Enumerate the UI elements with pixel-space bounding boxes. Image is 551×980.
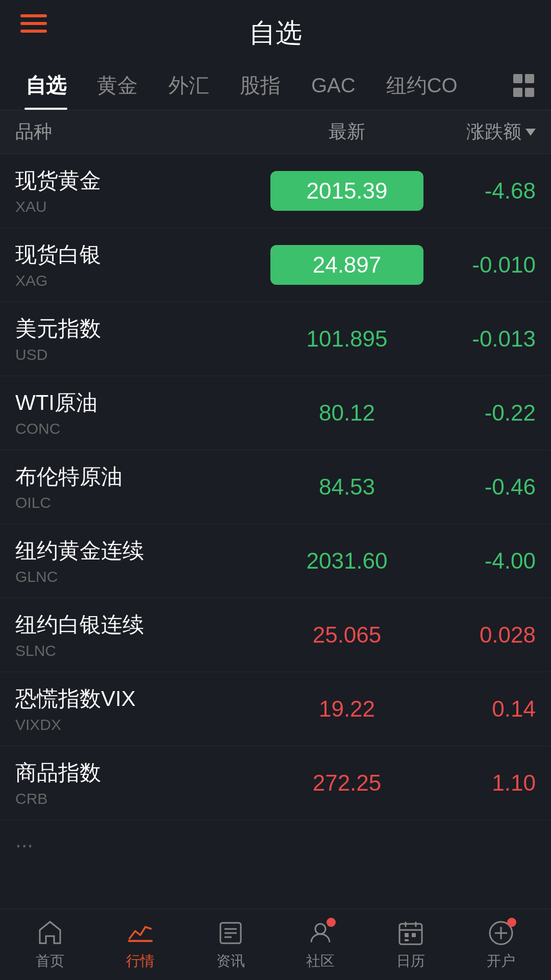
nav-label-calendar: 日历 bbox=[396, 951, 425, 971]
bottom-navigation: 首页 行情 资讯 bbox=[0, 909, 551, 980]
community-icon bbox=[306, 919, 335, 947]
instrument-name: 布伦特原油 bbox=[15, 462, 270, 491]
change-value: 0.14 bbox=[423, 696, 536, 722]
nav-item-community[interactable]: 社区 bbox=[276, 919, 366, 971]
row-info: 布伦特原油 OILC bbox=[15, 462, 270, 511]
svg-rect-0 bbox=[128, 940, 153, 942]
account-badge bbox=[507, 918, 516, 927]
col-latest-header: 最新 bbox=[270, 119, 423, 144]
instrument-name: 现货白银 bbox=[15, 240, 270, 269]
grid-icon bbox=[511, 74, 536, 98]
column-headers: 品种 最新 涨跌额 bbox=[0, 110, 551, 154]
row-info: 现货白银 XAG bbox=[15, 240, 270, 289]
svg-rect-6 bbox=[399, 924, 422, 944]
header: 自选 bbox=[0, 0, 551, 61]
change-value: -0.22 bbox=[423, 400, 536, 426]
instrument-name: 商品指数 bbox=[15, 758, 270, 787]
nav-label-home: 首页 bbox=[36, 951, 64, 971]
change-value: 0.028 bbox=[423, 622, 536, 648]
community-badge bbox=[327, 918, 336, 927]
tab-index[interactable]: 股指 bbox=[224, 61, 296, 110]
svg-rect-12 bbox=[405, 939, 409, 941]
home-icon bbox=[36, 919, 64, 947]
price-value: 2031.60 bbox=[270, 548, 423, 574]
table-row[interactable]: 纽约黄金连续 GLNC 2031.60 -4.00 bbox=[0, 524, 551, 598]
row-info: WTI原油 CONC bbox=[15, 388, 270, 437]
price-value: 25.065 bbox=[270, 622, 423, 648]
col-change-header: 涨跌额 bbox=[423, 119, 536, 144]
calendar-icon bbox=[396, 919, 425, 947]
nav-label-community: 社区 bbox=[306, 951, 335, 971]
price-value: 19.22 bbox=[270, 696, 423, 722]
instrument-name: WTI原油 bbox=[15, 388, 270, 417]
price-value: 24.897 bbox=[270, 245, 423, 285]
svg-point-5 bbox=[315, 924, 325, 934]
change-value: -0.013 bbox=[423, 326, 536, 352]
instrument-code: OILC bbox=[15, 494, 270, 511]
news-icon bbox=[216, 919, 245, 947]
tab-gac[interactable]: GAC bbox=[296, 64, 371, 107]
table-row[interactable]: 恐慌指数VIX VIXDX 19.22 0.14 bbox=[0, 672, 551, 746]
nav-item-account[interactable]: 开户 bbox=[456, 919, 546, 971]
nav-item-calendar[interactable]: 日历 bbox=[366, 919, 456, 971]
row-info: 商品指数 CRB bbox=[15, 758, 270, 807]
instrument-name: 美元指数 bbox=[15, 314, 270, 343]
price-value: 2015.39 bbox=[270, 171, 423, 211]
account-icon bbox=[487, 919, 515, 947]
table-row[interactable]: 商品指数 CRB 272.25 1.10 bbox=[0, 746, 551, 820]
instrument-code: CONC bbox=[15, 420, 270, 437]
table-row[interactable]: ··· bbox=[0, 820, 551, 863]
instrument-name: 现货黄金 bbox=[15, 166, 270, 195]
table-row[interactable]: 纽约白银连续 SLNC 25.065 0.028 bbox=[0, 598, 551, 672]
table-row[interactable]: 现货白银 XAG 24.897 -0.010 bbox=[0, 228, 551, 302]
page-title: 自选 bbox=[249, 15, 302, 51]
change-value: -0.010 bbox=[423, 252, 536, 278]
row-info: 纽约黄金连续 GLNC bbox=[15, 536, 270, 585]
instrument-name: ··· bbox=[15, 832, 536, 857]
change-value: -4.00 bbox=[423, 548, 536, 574]
instrument-code: VIXDX bbox=[15, 716, 270, 733]
table-row[interactable]: 布伦特原油 OILC 84.53 -0.46 bbox=[0, 450, 551, 524]
row-info: ··· bbox=[15, 832, 536, 857]
price-value: 272.25 bbox=[270, 770, 423, 796]
instrument-code: XAU bbox=[15, 198, 270, 215]
tab-nyco[interactable]: 纽约CO bbox=[371, 61, 473, 110]
row-info: 现货黄金 XAU bbox=[15, 166, 270, 215]
row-info: 纽约白银连续 SLNC bbox=[15, 610, 270, 659]
instrument-code: SLNC bbox=[15, 642, 270, 659]
price-value: 80.12 bbox=[270, 400, 423, 426]
price-value: 101.895 bbox=[270, 326, 423, 352]
row-info: 美元指数 USD bbox=[15, 314, 270, 363]
tab-gold[interactable]: 黄金 bbox=[82, 61, 153, 110]
instrument-name: 纽约黄金连续 bbox=[15, 536, 270, 565]
grid-view-button[interactable] bbox=[501, 68, 541, 103]
nav-label-news: 资讯 bbox=[216, 951, 245, 971]
nav-label-market: 行情 bbox=[126, 951, 155, 971]
instrument-name: 恐慌指数VIX bbox=[15, 684, 270, 713]
svg-rect-10 bbox=[405, 933, 409, 937]
nav-label-account: 开户 bbox=[487, 951, 515, 971]
change-value: -0.46 bbox=[423, 474, 536, 500]
table-row[interactable]: WTI原油 CONC 80.12 -0.22 bbox=[0, 376, 551, 450]
row-info: 恐慌指数VIX VIXDX bbox=[15, 684, 270, 733]
chart-icon bbox=[126, 919, 155, 947]
instrument-code: USD bbox=[15, 346, 270, 363]
change-value: 1.10 bbox=[423, 770, 536, 796]
price-value: 84.53 bbox=[270, 474, 423, 500]
sort-triangle-icon[interactable] bbox=[525, 129, 536, 136]
market-list: 现货黄金 XAU 2015.39 -4.68 现货白银 XAG 24.897 -… bbox=[0, 154, 551, 863]
tab-watchlist[interactable]: 自选 bbox=[10, 61, 82, 110]
tab-bar: 自选 黄金 外汇 股指 GAC 纽约CO bbox=[0, 61, 551, 110]
instrument-code: CRB bbox=[15, 790, 270, 807]
instrument-name: 纽约白银连续 bbox=[15, 610, 270, 639]
instrument-code: XAG bbox=[15, 272, 270, 289]
nav-item-market[interactable]: 行情 bbox=[95, 919, 186, 971]
tab-forex[interactable]: 外汇 bbox=[153, 61, 224, 110]
menu-button[interactable] bbox=[20, 14, 47, 33]
svg-rect-11 bbox=[412, 933, 416, 937]
change-value: -4.68 bbox=[423, 178, 536, 204]
table-row[interactable]: 现货黄金 XAU 2015.39 -4.68 bbox=[0, 154, 551, 228]
nav-item-news[interactable]: 资讯 bbox=[185, 919, 276, 971]
table-row[interactable]: 美元指数 USD 101.895 -0.013 bbox=[0, 302, 551, 376]
nav-item-home[interactable]: 首页 bbox=[5, 919, 95, 971]
